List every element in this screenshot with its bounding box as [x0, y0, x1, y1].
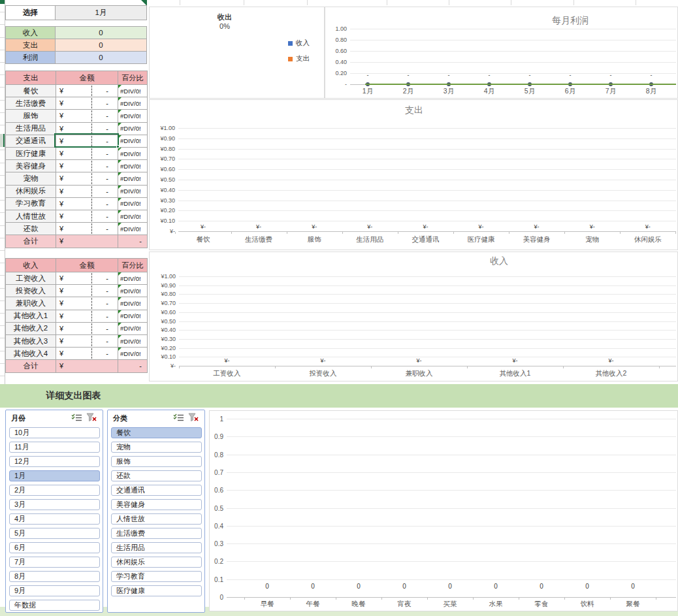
category-cell[interactable]: 其他收入4	[5, 347, 56, 360]
slicer-item[interactable]: 医疗健康	[111, 585, 202, 596]
percent-cell[interactable]: #DIV/0!	[118, 147, 148, 160]
table-header-amount[interactable]: 金额	[56, 258, 118, 272]
slicer-item[interactable]: 8月	[9, 571, 100, 582]
summary-expense-label[interactable]: 支出	[5, 39, 56, 52]
category-cell[interactable]: 餐饮	[5, 84, 56, 97]
amount-cell[interactable]: ¥-	[56, 159, 118, 172]
slicer-item[interactable]: 3月	[9, 499, 100, 510]
amount-cell[interactable]: ¥-	[56, 185, 118, 198]
total-label-cell[interactable]: 合计	[5, 235, 56, 248]
percent-cell[interactable]: #DIV/0!	[118, 222, 148, 235]
percent-cell[interactable]: #DIV/0!	[118, 272, 148, 285]
summary-profit-label[interactable]: 利润	[5, 51, 56, 64]
percent-cell[interactable]: #DIV/0!	[118, 322, 148, 335]
category-cell[interactable]: 服饰	[5, 109, 56, 122]
clear-filter-icon[interactable]	[188, 413, 200, 423]
amount-cell[interactable]: ¥-	[56, 147, 118, 160]
slicer-item[interactable]: 12月	[9, 456, 100, 467]
slicer-item[interactable]: 生活用品	[111, 542, 202, 553]
amount-cell[interactable]: ¥-	[56, 272, 118, 285]
multi-select-icon[interactable]	[173, 413, 185, 423]
amount-cell[interactable]: ¥-	[56, 310, 118, 323]
slicer-item[interactable]: 10月	[9, 427, 100, 438]
category-cell[interactable]: 交通通讯	[5, 135, 56, 148]
percent-cell[interactable]: #DIV/0!	[118, 297, 148, 310]
category-cell[interactable]: 其他收入2	[5, 322, 56, 335]
table-header-percent[interactable]: 百分比	[118, 71, 148, 85]
percent-cell[interactable]: #DIV/0!	[118, 135, 148, 148]
amount-cell[interactable]: ¥-	[56, 197, 118, 210]
amount-cell[interactable]: ¥-	[56, 222, 118, 235]
amount-cell[interactable]: ¥-	[56, 109, 118, 122]
slicer-item[interactable]: 年数据	[9, 600, 100, 611]
category-cell[interactable]: 学习教育	[5, 197, 56, 210]
slicer-item[interactable]: 美容健身	[111, 499, 202, 510]
amount-cell[interactable]: ¥-	[56, 284, 118, 297]
amount-cell[interactable]: ¥-	[56, 172, 118, 185]
category-cell[interactable]: 工资收入	[5, 272, 56, 285]
summary-profit-value[interactable]: 0	[55, 51, 147, 64]
slicer-item[interactable]: 休闲娱乐	[111, 557, 202, 568]
total-label-cell[interactable]: 合计	[5, 359, 56, 372]
percent-cell[interactable]: #DIV/0!	[118, 284, 148, 297]
slicer-item[interactable]: 6月	[9, 542, 100, 553]
category-cell[interactable]: 兼职收入	[5, 297, 56, 310]
slicer-item[interactable]: 还款	[111, 470, 202, 481]
total-percent-cell[interactable]: -	[118, 235, 148, 248]
category-cell[interactable]: 其他收入1	[5, 310, 56, 323]
clear-filter-icon[interactable]	[86, 413, 98, 423]
profit-line-chart[interactable]: 每月利润 1.000.800.600.400.20-1月-2月-3月-4月-5月…	[325, 7, 678, 99]
percent-cell[interactable]: #DIV/0!	[118, 197, 148, 210]
active-cell-overlay[interactable]	[54, 133, 119, 148]
table-header-category[interactable]: 收入	[5, 258, 56, 272]
percent-cell[interactable]: #DIV/0!	[118, 310, 148, 323]
amount-cell[interactable]: ¥-	[56, 297, 118, 310]
slicer-item[interactable]: 9月	[9, 585, 100, 596]
percent-cell[interactable]: #DIV/0!	[118, 334, 148, 348]
percent-cell[interactable]: #DIV/0!	[118, 97, 148, 110]
slicer-item[interactable]: 5月	[9, 528, 100, 539]
multi-select-icon[interactable]	[71, 413, 83, 423]
category-cell[interactable]: 人情世故	[5, 210, 56, 223]
slicer-item[interactable]: 4月	[9, 513, 100, 525]
category-cell[interactable]: 其他收入3	[5, 334, 56, 348]
category-cell[interactable]: 宠物	[5, 172, 56, 185]
selector-label-cell[interactable]: 选择	[5, 5, 56, 20]
summary-income-value[interactable]: 0	[55, 26, 147, 39]
amount-cell[interactable]: ¥-	[56, 322, 118, 335]
slicer-item[interactable]: 宠物	[111, 442, 202, 453]
slicer-item[interactable]: 11月	[9, 442, 100, 453]
percent-cell[interactable]: #DIV/0!	[118, 210, 148, 223]
percent-cell[interactable]: #DIV/0!	[118, 109, 148, 122]
selector-value-cell[interactable]: 1月	[55, 5, 147, 20]
table-header-amount[interactable]: 金额	[56, 71, 118, 85]
amount-cell[interactable]: ¥-	[56, 210, 118, 223]
percent-cell[interactable]: #DIV/0!	[118, 172, 148, 185]
category-cell[interactable]: 还款	[5, 222, 56, 235]
total-amount-cell[interactable]: ¥	[56, 235, 118, 248]
expense-bar-chart[interactable]: 支出 ¥1.00¥0.90¥0.80¥0.70¥0.60¥0.50¥0.40¥0…	[149, 99, 678, 250]
slicer-item[interactable]: 服饰	[111, 456, 202, 467]
category-cell[interactable]: 投资收入	[5, 284, 56, 297]
summary-expense-value[interactable]: 0	[55, 39, 147, 52]
pie-chart-panel[interactable]: 收出 0% 收入支出	[149, 7, 325, 99]
slicer-item[interactable]: 2月	[9, 485, 100, 496]
percent-cell[interactable]: #DIV/0!	[118, 159, 148, 172]
amount-cell[interactable]: ¥-	[56, 347, 118, 360]
percent-cell[interactable]: #DIV/0!	[118, 84, 148, 97]
category-cell[interactable]: 医疗健康	[5, 147, 56, 160]
total-amount-cell[interactable]: ¥	[56, 359, 118, 372]
slicer-item[interactable]: 生活缴费	[111, 528, 202, 539]
total-percent-cell[interactable]: -	[118, 359, 148, 372]
slicer-item[interactable]: 餐饮	[111, 427, 202, 438]
category-cell[interactable]: 生活缴费	[5, 97, 56, 110]
detail-bar-chart[interactable]: 10.90.80.70.60.50.40.30.20.10早餐0午餐0晚餐0宵夜…	[209, 410, 678, 611]
table-header-category[interactable]: 支出	[5, 71, 56, 85]
slicer-item[interactable]: 交通通讯	[111, 485, 202, 496]
percent-cell[interactable]: #DIV/0!	[118, 185, 148, 198]
slicer-item[interactable]: 1月	[9, 470, 100, 481]
summary-income-label[interactable]: 收入	[5, 26, 56, 39]
income-bar-chart[interactable]: 收入 ¥1.00¥0.90¥0.80¥0.70¥0.60¥0.50¥0.40¥0…	[149, 251, 678, 381]
fill-handle[interactable]	[116, 145, 120, 148]
table-header-percent[interactable]: 百分比	[118, 258, 148, 272]
